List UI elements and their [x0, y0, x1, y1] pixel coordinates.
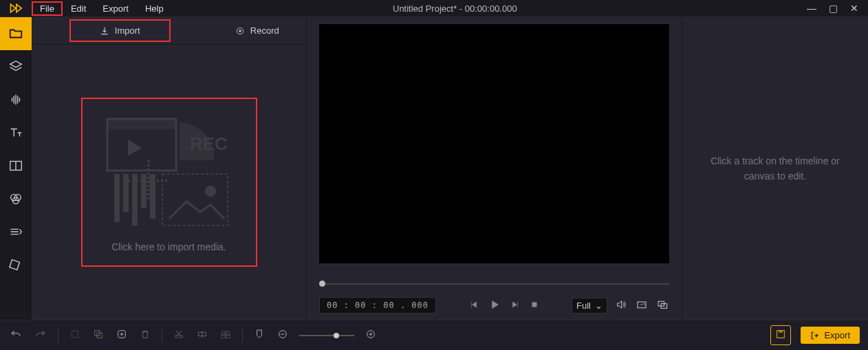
svg-rect-8	[107, 119, 176, 129]
media-drop-area: REC Click here to import media.	[32, 45, 306, 320]
split-button[interactable]	[195, 327, 209, 343]
svg-point-6	[239, 30, 241, 32]
tab-record[interactable]: Record	[208, 17, 307, 44]
zoom-handle[interactable]	[334, 333, 339, 338]
volume-button[interactable]	[614, 298, 628, 314]
fit-label: Full	[576, 300, 591, 311]
titlebar: File Edit Export Help Untitled Project* …	[0, 0, 868, 17]
timecode-display: 00 : 00 : 00 . 000	[319, 297, 436, 314]
scrub-handle[interactable]	[319, 281, 325, 287]
svg-rect-11	[123, 174, 129, 212]
tab-record-label: Record	[250, 25, 279, 36]
zoom-slider[interactable]	[299, 335, 354, 336]
menu-help[interactable]: Help	[137, 1, 172, 16]
import-icon	[100, 26, 109, 36]
bottom-toolbar: Export	[0, 320, 868, 350]
tab-import-label: Import	[115, 25, 140, 36]
window-title: Untitled Project* - 00:00:00.000	[172, 3, 807, 14]
svg-point-16	[205, 186, 216, 197]
menu-export[interactable]: Export	[94, 1, 137, 16]
properties-panel: Click a track on the timeline or canvas …	[682, 17, 868, 320]
undo-button[interactable]	[8, 327, 23, 344]
maximize-button[interactable]: ▢	[829, 3, 838, 14]
preview-panel: 00 : 00 : 00 . 000 Full ⌄	[307, 17, 682, 320]
svg-rect-30	[226, 331, 230, 334]
sidebar-filters[interactable]	[0, 182, 32, 215]
add-button[interactable]	[115, 327, 129, 343]
svg-rect-29	[221, 331, 225, 334]
svg-rect-15	[162, 174, 228, 226]
close-button[interactable]: ✕	[850, 3, 858, 14]
menu-edit[interactable]: Edit	[63, 1, 94, 16]
redo-button[interactable]	[33, 327, 48, 344]
preview-scrubber[interactable]	[319, 277, 669, 291]
delete-button[interactable]	[138, 327, 152, 343]
menu-file[interactable]: File	[32, 1, 63, 16]
snapshot-button[interactable]	[635, 298, 649, 314]
save-project-button[interactable]	[770, 325, 791, 345]
zoom-out-button[interactable]	[276, 327, 290, 343]
chevron-down-icon: ⌄	[595, 300, 603, 311]
svg-rect-31	[221, 335, 225, 338]
scrub-track	[322, 283, 669, 285]
sidebar-text[interactable]	[0, 116, 32, 149]
svg-rect-21	[72, 331, 78, 337]
svg-text:REC: REC	[190, 133, 228, 154]
sidebar-split[interactable]	[0, 149, 32, 182]
svg-rect-13	[141, 174, 147, 208]
sidebar-layers[interactable]	[0, 50, 32, 83]
sidebar-media[interactable]	[0, 17, 32, 50]
fullscreen-button[interactable]	[655, 298, 669, 314]
sidebar-audio[interactable]	[0, 83, 32, 116]
record-icon	[235, 26, 245, 36]
play-button[interactable]	[487, 297, 502, 314]
properties-hint: Click a track on the timeline or canvas …	[696, 153, 854, 184]
app-logo	[0, 0, 32, 17]
sidebar-transitions[interactable]	[0, 215, 32, 248]
export-label: Export	[824, 330, 850, 340]
workspace: Import Record REC	[0, 17, 868, 320]
preview-fit-select[interactable]: Full ⌄	[572, 298, 607, 314]
import-hint-text: Click here to import media.	[111, 241, 226, 252]
window-controls: — ▢ ✕	[807, 3, 868, 14]
marker-button[interactable]	[252, 326, 266, 344]
svg-rect-32	[226, 335, 230, 338]
import-drop-zone[interactable]: REC Click here to import media.	[81, 98, 257, 267]
media-tabs: Import Record	[32, 17, 306, 45]
export-icon	[810, 331, 820, 340]
preview-canvas[interactable]	[319, 24, 669, 263]
prev-frame-button[interactable]	[468, 298, 480, 313]
export-button[interactable]: Export	[801, 327, 860, 344]
menu-bar: File Edit Export Help	[32, 1, 172, 16]
crop-button[interactable]	[68, 327, 82, 343]
media-panel: Import Record REC	[32, 17, 307, 320]
duplicate-button[interactable]	[91, 327, 105, 343]
zoom-in-button[interactable]	[364, 327, 378, 343]
stop-button[interactable]	[528, 298, 541, 313]
next-frame-button[interactable]	[509, 298, 521, 313]
cut-button[interactable]	[172, 327, 186, 343]
svg-rect-17	[532, 302, 536, 307]
svg-rect-10	[114, 174, 120, 222]
tab-import[interactable]: Import	[69, 19, 171, 42]
sidebar-elements[interactable]	[0, 248, 32, 281]
minimize-button[interactable]: —	[807, 3, 816, 14]
group-button[interactable]	[219, 327, 232, 343]
svg-rect-37	[779, 331, 783, 333]
sidebar	[0, 17, 32, 320]
import-illustration: REC	[100, 112, 238, 236]
preview-controls: 00 : 00 : 00 . 000 Full ⌄	[314, 295, 675, 320]
